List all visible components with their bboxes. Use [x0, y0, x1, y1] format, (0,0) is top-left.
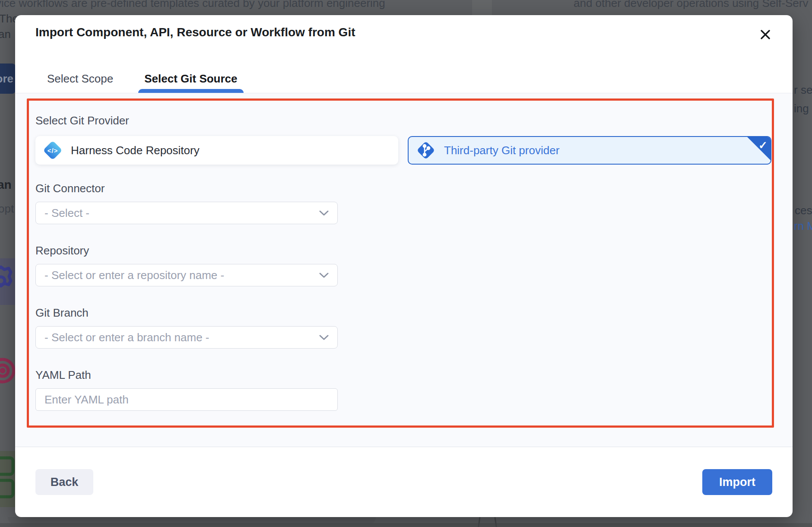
git-connector-select[interactable]: - Select -	[35, 202, 338, 224]
close-button[interactable]	[757, 26, 774, 43]
bg-text-an: an	[0, 28, 11, 41]
tab-select-git-source[interactable]: Select Git Source	[138, 71, 243, 93]
bg-text-right-1: r sel	[794, 83, 812, 97]
provider-option-label: Third-party Git provider	[444, 144, 559, 157]
git-branch-select[interactable]: - Select or enter a branch name -	[35, 326, 338, 349]
select-git-provider-label: Select Git Provider	[35, 114, 129, 127]
import-button[interactable]: Import	[702, 469, 772, 495]
bg-learn-more-link: rn M	[794, 219, 812, 233]
repository-label: Repository	[35, 244, 89, 257]
chevron-down-icon	[319, 273, 329, 278]
bg-card-gap	[472, 0, 492, 15]
bg-bottom-strip	[0, 523, 812, 527]
repository-placeholder: - Select or enter a repository name -	[44, 269, 319, 282]
close-icon	[760, 29, 771, 40]
check-icon: ✓	[758, 139, 768, 152]
bg-text-right-3: ces,	[795, 204, 812, 217]
bg-text-opt: opt	[0, 202, 14, 216]
import-from-git-dialog: Import Component, API, Resource or Workf…	[15, 15, 793, 517]
bg-explore-button: ore	[0, 63, 16, 94]
bg-text-top-left: vice workflows are pre-defined templates…	[0, 0, 385, 10]
bg-text-top-right: and other developer operations using Sel…	[574, 0, 808, 10]
code-diamond-icon: </>	[42, 140, 63, 161]
provider-option-label: Harness Code Repository	[71, 144, 200, 157]
gear-icon	[0, 263, 16, 301]
dimmed-page-background: vice workflows are pre-defined templates…	[0, 0, 812, 527]
provider-option-harness-code[interactable]: </> Harness Code Repository	[35, 136, 398, 165]
tab-select-scope[interactable]: Select Scope	[41, 71, 119, 93]
bg-text-right-2: ing t	[794, 102, 812, 115]
repository-select[interactable]: - Select or enter a repository name -	[35, 264, 338, 286]
grid-icon	[0, 456, 16, 504]
dialog-title: Import Component, API, Resource or Workf…	[35, 25, 355, 39]
git-branch-label: Git Branch	[35, 306, 89, 320]
dialog-tabs: Select Scope Select Git Source	[41, 71, 244, 93]
git-connector-placeholder: - Select -	[44, 206, 319, 220]
git-source-form-panel: Select Git Provider </> Harness Code Rep…	[15, 93, 793, 447]
git-branch-placeholder: - Select or enter a branch name -	[44, 331, 319, 344]
chevron-down-icon	[319, 210, 329, 216]
chevron-down-icon	[319, 335, 329, 340]
bg-text-heading: an	[0, 178, 12, 192]
yaml-path-input[interactable]	[35, 388, 338, 411]
provider-option-third-party[interactable]: Third-party Git provider ✓	[408, 136, 771, 165]
back-button[interactable]: Back	[35, 469, 93, 495]
yaml-path-label: YAML Path	[35, 368, 91, 382]
git-diamond-icon	[416, 140, 436, 161]
git-connector-label: Git Connector	[35, 182, 105, 195]
